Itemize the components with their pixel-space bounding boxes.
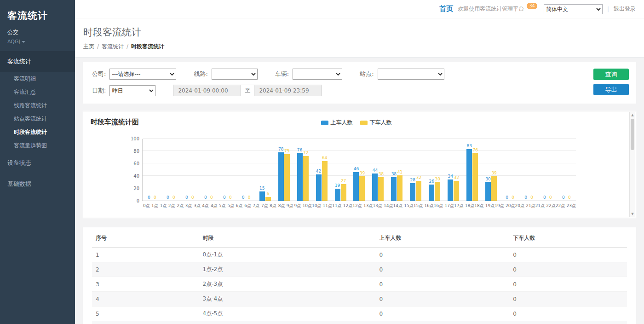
bar-column-boarding: 34	[448, 139, 453, 201]
bar-alighting[interactable]	[265, 197, 271, 201]
bar-value-label: 38	[379, 172, 384, 176]
bar-boarding[interactable]	[372, 174, 378, 201]
vehicle-select[interactable]	[293, 69, 342, 80]
bar-value-label: 30	[435, 177, 440, 181]
x-axis-tick-label: 14点-15点	[393, 203, 414, 209]
bar-boarding[interactable]	[335, 189, 340, 201]
bar-alighting[interactable]	[341, 184, 346, 201]
start-date-input[interactable]	[173, 85, 241, 96]
bar-value-label: 26	[429, 179, 434, 184]
table-cell: 0	[375, 277, 509, 292]
bar-boarding[interactable]	[259, 191, 265, 201]
sidebar-item-flow-trend-chart[interactable]: 客流量趋势图	[0, 139, 75, 152]
bar-alighting[interactable]	[435, 182, 440, 201]
logout-link[interactable]: 退出登录	[614, 5, 636, 13]
user-menu[interactable]: AQGJ	[7, 39, 68, 45]
bar-value-label: 0	[204, 196, 207, 200]
bar-value-label: 64	[322, 156, 327, 160]
bar-group: 00	[519, 139, 538, 201]
breadcrumb: 主页/客流统计/时段客流统计	[83, 43, 636, 51]
company-select[interactable]: ---请选择---	[109, 69, 176, 80]
table-row[interactable]: 43点-4点00	[92, 292, 627, 307]
notification-badge[interactable]: 34	[527, 3, 537, 9]
bar-group: 3432	[444, 139, 463, 201]
breadcrumb-item[interactable]: 主页	[83, 43, 94, 50]
breadcrumb-item[interactable]: 客流统计	[102, 43, 124, 50]
bar-alighting[interactable]	[322, 161, 328, 201]
table-row[interactable]: 21点-2点00	[92, 262, 627, 277]
sidebar-item-base-data[interactable]: 基础数据	[0, 174, 75, 195]
bar-boarding[interactable]	[429, 185, 434, 201]
bar-alighting[interactable]	[303, 156, 309, 201]
bar-alighting[interactable]	[416, 181, 421, 201]
bar-group: 4639	[350, 139, 368, 201]
x-axis-tick-label: 8点-9点	[277, 203, 294, 209]
sidebar-item-flow-detail[interactable]: 客流明细	[0, 72, 75, 86]
sidebar-item-flow-summary[interactable]: 客流汇总	[0, 86, 75, 99]
station-select[interactable]	[378, 69, 444, 80]
bar-boarding[interactable]	[353, 172, 359, 201]
bar-value-label: 75	[284, 149, 289, 153]
period-flow-table: 序号时段上车人数下车人数 10点-1点0021点-2点0032点-3点0043点…	[92, 229, 627, 324]
sidebar-item-station-flow-stats[interactable]: 站点客流统计	[0, 112, 75, 126]
table-row[interactable]: 10点-1点00	[92, 248, 627, 262]
bar-boarding[interactable]	[391, 177, 397, 201]
chart-panel: 时段车流统计图 上车人数下车人数 00000000000015678757672…	[83, 111, 636, 218]
bar-value-label: 46	[354, 167, 359, 171]
bar-alighting[interactable]	[378, 177, 384, 201]
sidebar-item-device-status[interactable]: 设备状态	[0, 152, 75, 174]
breadcrumb-item: 时段客流统计	[131, 43, 164, 50]
sidebar-item-line-flow-stats[interactable]: 线路客流统计	[0, 99, 75, 112]
table-row[interactable]: 65点-6点00	[92, 321, 627, 324]
bar-group: 2832	[406, 139, 425, 201]
chart-scrollbar[interactable]: ▲ ▼	[629, 112, 635, 217]
export-button[interactable]: 导出	[593, 84, 629, 95]
bar-alighting[interactable]	[284, 154, 290, 201]
table-cell: 4点-5点	[199, 307, 376, 321]
legend-swatch-icon	[321, 121, 328, 125]
bar-chart: 0000000000001567875767242641927463944383…	[142, 139, 576, 209]
sidebar-item-passenger-flow-stats[interactable]: 客流统计	[0, 51, 75, 72]
bar-alighting[interactable]	[359, 176, 365, 201]
table-row[interactable]: 54点-5点00	[92, 307, 627, 321]
bar-boarding[interactable]	[278, 152, 284, 201]
bar-boarding[interactable]	[297, 153, 303, 201]
query-button[interactable]: 查询	[593, 69, 629, 80]
home-link[interactable]: 首页	[439, 5, 453, 13]
page-header: 时段客流统计 主页/客流统计/时段客流统计	[75, 18, 644, 58]
bar-boarding[interactable]	[485, 182, 491, 201]
sidebar-item-period-flow-stats[interactable]: 时段客流统计	[0, 126, 75, 139]
chart-bars: 0000000000001567875767242641927463944383…	[143, 139, 576, 201]
bar-alighting[interactable]	[454, 181, 459, 201]
x-axis-tick-label: 13点-14点	[373, 203, 393, 209]
scroll-down-arrow-icon[interactable]: ▼	[630, 212, 635, 216]
table-cell: 1	[92, 248, 199, 262]
bar-alighting[interactable]	[397, 175, 402, 201]
scroll-up-arrow-icon[interactable]: ▲	[630, 113, 635, 117]
date-preset-select[interactable]: 昨日	[109, 85, 155, 96]
x-axis-tick-label: 15点-16点	[414, 203, 434, 209]
bar-boarding[interactable]	[410, 183, 415, 201]
x-axis-tick-label: 17点-18点	[454, 203, 474, 209]
language-select[interactable]: 简体中文	[544, 4, 603, 14]
end-date-input[interactable]	[254, 85, 322, 96]
line-select[interactable]	[212, 69, 258, 80]
bar-group: 8376	[463, 139, 482, 201]
scrollbar-thumb[interactable]	[631, 119, 634, 150]
bar-value-label: 0	[148, 196, 150, 200]
org-name: 公交	[7, 29, 68, 36]
bar-column-alighting: 0	[209, 139, 214, 201]
bar-boarding[interactable]	[448, 179, 453, 201]
table-header-row: 序号时段上车人数下车人数	[92, 229, 627, 248]
table-row[interactable]: 32点-3点00	[92, 277, 627, 292]
legend-item-alighting[interactable]: 下车人数	[360, 119, 392, 127]
x-axis-tick-label: 10点-11点	[312, 203, 332, 209]
table-cell: 0	[509, 307, 627, 321]
bar-alighting[interactable]	[472, 153, 478, 201]
bar-value-label: 76	[472, 148, 477, 152]
legend-item-boarding[interactable]: 上车人数	[321, 119, 353, 127]
bar-alighting[interactable]	[491, 176, 497, 201]
x-axis-tick-label: 18点-19点	[474, 203, 494, 209]
bar-boarding[interactable]	[316, 174, 322, 201]
bar-boarding[interactable]	[466, 149, 472, 201]
